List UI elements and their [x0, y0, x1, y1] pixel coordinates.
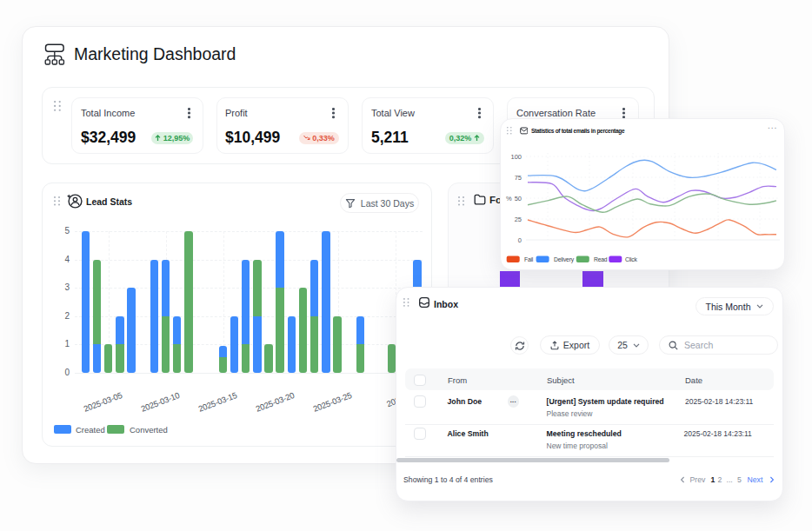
svg-text:25: 25	[515, 216, 522, 223]
svg-text:100: 100	[510, 153, 522, 161]
svg-text:%: %	[506, 195, 512, 202]
svg-text:0: 0	[518, 236, 522, 244]
svg-text:Click: Click	[625, 256, 638, 262]
svg-text:Fail: Fail	[524, 256, 534, 262]
svg-text:Delivery: Delivery	[554, 256, 575, 263]
svg-text:50: 50	[515, 195, 522, 202]
svg-text:75: 75	[515, 174, 522, 182]
svg-text:Read: Read	[594, 256, 608, 262]
